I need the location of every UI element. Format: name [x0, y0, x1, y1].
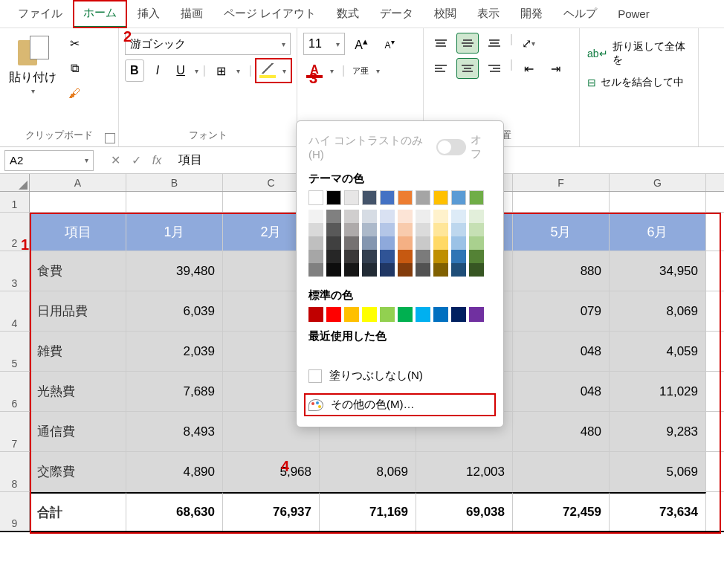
- chevron-down-icon[interactable]: ▾: [195, 67, 198, 75]
- color-swatch[interactable]: [416, 236, 430, 250]
- color-swatch[interactable]: [326, 190, 341, 205]
- cell[interactable]: 480: [513, 412, 610, 451]
- decrease-font-button[interactable]: A▾: [378, 33, 401, 55]
- tab-home[interactable]: ホーム: [73, 0, 127, 28]
- color-swatch[interactable]: [433, 250, 448, 263]
- color-swatch[interactable]: [344, 190, 359, 205]
- cell[interactable]: [513, 192, 610, 212]
- no-fill-item[interactable]: 塗りつぶしなし(N): [297, 361, 503, 390]
- color-swatch[interactable]: [398, 307, 413, 322]
- cell[interactable]: 8,069: [320, 452, 416, 491]
- clipboard-dialog-launcher[interactable]: [105, 133, 115, 143]
- row-header[interactable]: 7: [0, 412, 30, 451]
- cell[interactable]: 雑費: [30, 332, 126, 371]
- color-swatch[interactable]: [380, 190, 395, 205]
- decrease-indent-button[interactable]: ⇤: [517, 58, 540, 79]
- wrap-text-button[interactable]: ab↵ 折り返して全体を: [586, 36, 692, 71]
- cell[interactable]: 7,689: [126, 372, 223, 411]
- cell[interactable]: 項目: [30, 213, 126, 251]
- cut-button[interactable]: ✂: [64, 33, 85, 54]
- cell[interactable]: 日用品費: [30, 291, 126, 331]
- color-swatch[interactable]: [362, 190, 377, 205]
- cell[interactable]: [513, 452, 610, 491]
- color-swatch[interactable]: [398, 250, 413, 263]
- color-swatch[interactable]: [362, 250, 377, 263]
- align-right-button[interactable]: [483, 58, 505, 79]
- cell[interactable]: 880: [513, 251, 610, 291]
- color-swatch[interactable]: [398, 210, 413, 223]
- align-left-button[interactable]: [430, 58, 452, 79]
- color-swatch[interactable]: [362, 307, 377, 322]
- color-swatch[interactable]: [416, 190, 430, 205]
- name-box[interactable]: A2 ▾: [4, 150, 94, 171]
- color-swatch[interactable]: [469, 250, 484, 263]
- color-swatch[interactable]: [308, 223, 323, 236]
- color-swatch[interactable]: [416, 223, 430, 236]
- merge-center-button[interactable]: ⊟ セルを結合して中: [586, 71, 692, 94]
- cell[interactable]: 9,283: [610, 412, 706, 451]
- cell[interactable]: 72,459: [513, 492, 610, 531]
- row-header[interactable]: 8: [0, 452, 30, 491]
- tab-data[interactable]: データ: [369, 1, 424, 27]
- color-swatch[interactable]: [380, 236, 395, 250]
- tab-insert[interactable]: 挿入: [127, 1, 170, 27]
- align-center-button[interactable]: [456, 58, 479, 79]
- color-swatch[interactable]: [451, 210, 466, 223]
- row-header[interactable]: 3: [0, 251, 30, 291]
- color-swatch[interactable]: [380, 263, 395, 277]
- align-top-button[interactable]: [430, 33, 452, 54]
- cell[interactable]: 8,493: [126, 412, 223, 451]
- cell[interactable]: 2,039: [126, 332, 223, 371]
- col-header-A[interactable]: A: [30, 174, 126, 191]
- color-swatch[interactable]: [433, 190, 448, 205]
- color-swatch[interactable]: [433, 223, 448, 236]
- cell[interactable]: 6,039: [126, 291, 223, 331]
- tab-help[interactable]: ヘルプ: [553, 1, 607, 27]
- tab-view[interactable]: 表示: [467, 1, 510, 27]
- color-swatch[interactable]: [326, 236, 341, 250]
- color-swatch[interactable]: [469, 190, 484, 205]
- cell[interactable]: 76,937: [223, 492, 320, 531]
- row-header[interactable]: 6: [0, 372, 30, 411]
- col-header-G[interactable]: G: [610, 174, 706, 191]
- cell[interactable]: 12,003: [416, 452, 513, 491]
- color-swatch[interactable]: [308, 190, 323, 205]
- color-swatch[interactable]: [308, 210, 323, 223]
- cell[interactable]: [30, 192, 126, 212]
- cell[interactable]: 合計: [30, 492, 126, 531]
- color-swatch[interactable]: [469, 236, 484, 250]
- color-swatch[interactable]: [398, 223, 413, 236]
- color-swatch[interactable]: [326, 307, 341, 322]
- color-swatch[interactable]: [326, 223, 341, 236]
- cell[interactable]: 68,630: [126, 492, 223, 531]
- color-swatch[interactable]: [433, 307, 448, 322]
- color-swatch[interactable]: [469, 223, 484, 236]
- cell[interactable]: 5,968: [223, 452, 320, 491]
- fill-color-button[interactable]: ▾: [256, 59, 291, 82]
- bold-button[interactable]: B: [125, 59, 144, 82]
- orientation-button[interactable]: ⤢▾: [517, 33, 540, 54]
- tab-review[interactable]: 校閲: [424, 1, 467, 27]
- color-swatch[interactable]: [344, 236, 359, 250]
- select-all-corner[interactable]: [0, 174, 30, 191]
- borders-button[interactable]: ⊞ ▾: [210, 59, 245, 82]
- row-header-1[interactable]: 1: [0, 192, 30, 212]
- cell[interactable]: 8,069: [610, 291, 706, 331]
- color-swatch[interactable]: [469, 210, 484, 223]
- font-name-combo[interactable]: 游ゴシック ▾: [125, 33, 291, 55]
- color-swatch[interactable]: [308, 307, 323, 322]
- cell[interactable]: 079: [513, 291, 610, 331]
- tab-draw[interactable]: 描画: [170, 1, 213, 27]
- cell[interactable]: 5月: [513, 213, 610, 251]
- color-swatch[interactable]: [308, 236, 323, 250]
- color-swatch[interactable]: [451, 190, 466, 205]
- phonetic-button[interactable]: ア亜 ▾: [349, 59, 384, 82]
- col-header-B[interactable]: B: [126, 174, 223, 191]
- color-swatch[interactable]: [469, 307, 484, 322]
- cell[interactable]: 通信費: [30, 412, 126, 451]
- high-contrast-toggle-row[interactable]: ハイ コントラストのみ(H) オフ: [297, 129, 503, 166]
- tab-formulas[interactable]: 数式: [326, 1, 369, 27]
- cell[interactable]: [610, 192, 706, 212]
- fx-button[interactable]: fx: [147, 151, 167, 170]
- color-swatch[interactable]: [451, 250, 466, 263]
